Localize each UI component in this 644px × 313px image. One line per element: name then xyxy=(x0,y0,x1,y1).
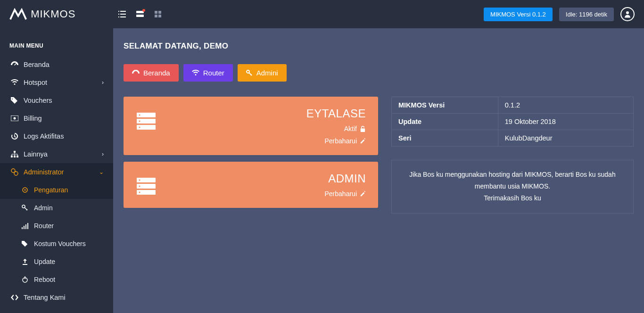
svg-rect-18 xyxy=(17,156,18,157)
tags-icon xyxy=(9,97,20,104)
svg-rect-27 xyxy=(27,223,28,229)
unlock-icon xyxy=(360,126,366,132)
action-buttons: Beranda Router Admini xyxy=(124,64,634,82)
card-title: EYTALASE xyxy=(164,107,366,120)
svg-rect-3 xyxy=(120,14,126,15)
key-icon xyxy=(20,205,30,211)
sidebar-item-vouchers[interactable]: Vouchers xyxy=(0,91,113,109)
admini-button[interactable]: Admini xyxy=(238,64,287,82)
button-label: Admini xyxy=(256,69,278,77)
idle-indicator: Idle: 1196 detik xyxy=(559,8,614,21)
sidebar-item-label: Billing xyxy=(24,115,104,122)
brand-name: MIKMOS xyxy=(31,8,75,20)
svg-point-14 xyxy=(14,117,16,120)
svg-rect-8 xyxy=(155,11,157,14)
edit-icon xyxy=(360,191,366,197)
sidebar-item-label: Administrator xyxy=(24,168,99,176)
table-row: MIKMOS Versi 0.1.2 xyxy=(392,97,634,114)
money-icon xyxy=(9,115,20,121)
card-status-link[interactable]: Aktif xyxy=(164,125,366,132)
svg-rect-5 xyxy=(120,16,126,17)
chevron-down-icon: ⌄ xyxy=(99,169,104,175)
card-action-label: Perbaharui xyxy=(325,137,357,145)
router-button[interactable]: Router xyxy=(183,64,233,82)
info-key: Update xyxy=(392,114,498,130)
svg-rect-7 xyxy=(136,15,144,17)
wifi-icon xyxy=(192,70,199,76)
svg-rect-0 xyxy=(118,11,119,12)
svg-point-43 xyxy=(139,192,140,193)
notice-line: Terimakasih Bos ku xyxy=(403,192,622,204)
signal-icon xyxy=(20,222,30,229)
svg-point-22 xyxy=(25,189,26,191)
sidebar-item-tentang[interactable]: Tentang Kami xyxy=(0,288,113,306)
card-update-link[interactable]: Perbaharui xyxy=(164,190,366,198)
upload-icon xyxy=(20,258,30,265)
svg-rect-10 xyxy=(155,15,157,17)
sidebar-item-logs[interactable]: Logs Aktifitas xyxy=(0,127,113,145)
cogs-icon xyxy=(9,168,20,176)
card-action-label: Perbaharui xyxy=(325,190,357,198)
sidebar-item-label: Router xyxy=(34,222,104,230)
card-update-link[interactable]: Perbaharui xyxy=(164,137,366,145)
sidebar-item-beranda[interactable]: Beranda xyxy=(0,56,113,74)
sidebar-item-label: Vouchers xyxy=(24,97,104,104)
sidebar-item-label: Update xyxy=(34,258,104,265)
sidebar-item-lainnya[interactable]: Lainnya › xyxy=(0,145,113,163)
server-icon[interactable] xyxy=(136,10,144,18)
key-icon xyxy=(246,70,253,76)
sidebar: MAIN MENU Beranda Hotspot › Vouchers Bil… xyxy=(0,28,113,313)
gear-icon xyxy=(20,187,30,193)
code-icon xyxy=(9,295,20,300)
svg-rect-15 xyxy=(14,151,16,153)
sidebar-header: MAIN MENU xyxy=(0,38,113,56)
user-avatar[interactable] xyxy=(620,7,635,21)
sidebar-item-label: Kostum Vouchers xyxy=(34,240,104,247)
table-row: Seri KulubDangdeur xyxy=(392,130,634,147)
beranda-button[interactable]: Beranda xyxy=(124,64,179,82)
dashboard-icon xyxy=(9,61,20,68)
sidebar-item-hotspot[interactable]: Hotspot › xyxy=(0,74,113,91)
brand-logo[interactable]: MIKMOS xyxy=(9,8,113,20)
svg-point-12 xyxy=(626,11,629,14)
svg-rect-2 xyxy=(118,14,119,15)
svg-rect-37 xyxy=(361,128,365,132)
svg-point-36 xyxy=(139,127,140,128)
info-value: 0.1.2 xyxy=(498,97,633,114)
sidebar-subitem-reboot[interactable]: Reboot xyxy=(0,271,113,288)
topbar-quick-icons xyxy=(118,10,162,18)
svg-rect-9 xyxy=(158,11,161,14)
svg-point-42 xyxy=(139,186,140,187)
sidebar-subitem-kostum-vouchers[interactable]: Kostum Vouchers xyxy=(0,235,113,253)
sidebar-item-billing[interactable]: Billing xyxy=(0,109,113,127)
sidebar-subitem-admin[interactable]: Admin xyxy=(0,199,113,217)
dashboard-icon xyxy=(132,70,140,76)
grid-icon[interactable] xyxy=(154,10,162,18)
table-row: Update 19 Oktober 2018 xyxy=(392,114,634,130)
svg-rect-1 xyxy=(120,11,126,12)
card-eytalase: EYTALASE Aktif Perbaharui xyxy=(124,97,378,155)
sidebar-subitem-pengaturan[interactable]: Pengaturan xyxy=(0,181,113,199)
sidebar-item-label: Tentang Kami xyxy=(24,294,104,301)
card-title: ADMIN xyxy=(164,172,366,185)
sidebar-item-label: Hotspot xyxy=(24,79,102,86)
svg-rect-25 xyxy=(24,226,25,229)
history-icon xyxy=(9,132,20,140)
svg-point-35 xyxy=(139,121,140,122)
notice-line: Jika Bos ku menggunakan hosting dari MIK… xyxy=(403,169,622,192)
svg-rect-29 xyxy=(25,276,25,279)
sidebar-item-administrator[interactable]: Administrator ⌄ xyxy=(0,163,113,181)
sidebar-item-label: Pengaturan xyxy=(34,186,104,194)
sidebar-subitem-router[interactable]: Router xyxy=(0,217,113,235)
svg-rect-24 xyxy=(22,227,23,229)
info-key: MIKMOS Versi xyxy=(392,97,498,114)
button-label: Beranda xyxy=(143,69,170,77)
svg-point-41 xyxy=(139,180,140,181)
version-button[interactable]: MIKMOS Versi 0.1.2 xyxy=(484,8,553,21)
logo-mark-icon xyxy=(9,8,27,20)
list-icon[interactable] xyxy=(118,10,126,18)
sidebar-subitem-update[interactable]: Update xyxy=(0,253,113,271)
svg-rect-16 xyxy=(11,156,13,157)
main-content: SELAMAT DATANG, DEMO Beranda Router Admi… xyxy=(113,28,644,313)
edit-icon xyxy=(360,138,366,144)
